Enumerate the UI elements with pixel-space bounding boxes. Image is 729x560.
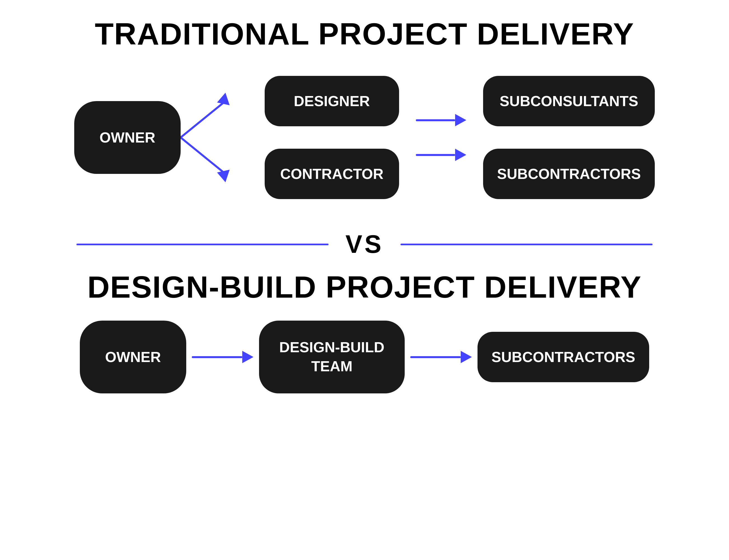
page-container: TRADITIONAL PROJECT DELIVERY OWNER DESIG… (0, 0, 729, 560)
arrowhead-2 (455, 149, 466, 161)
arrow-line-db-1 (192, 356, 242, 358)
arrow-line-2 (416, 154, 455, 156)
arrowhead-db-1 (242, 351, 253, 363)
svg-line-0 (181, 101, 225, 137)
arrow-to-subcontractors (416, 149, 466, 161)
db-owner-label: OWNER (105, 349, 161, 365)
middle-column: DESIGNER CONTRACTOR (265, 76, 399, 199)
svg-marker-1 (217, 93, 230, 105)
contractor-label: CONTRACTOR (280, 165, 383, 182)
arrow-to-subconsultants (416, 114, 466, 126)
designer-node: DESIGNER (265, 76, 399, 126)
arrowhead-1 (455, 114, 466, 126)
design-build-title: DESIGN-BUILD PROJECT DELIVERY (87, 270, 642, 304)
vs-line-left (76, 244, 329, 245)
arrowhead-db-2 (461, 351, 472, 363)
traditional-owner-node: OWNER (74, 101, 181, 174)
right-column: SUBCONSULTANTS SUBCONTRACTORS (483, 76, 655, 199)
fork-arrows-svg (181, 67, 253, 207)
vs-section: VS (28, 230, 701, 259)
db-subcontractors-node: SUBCONTRACTORS (478, 332, 649, 382)
subconsultants-node: SUBCONSULTANTS (483, 76, 655, 126)
subconsultants-label: SUBCONSULTANTS (500, 93, 638, 109)
db-team-label: DESIGN-BUILD TEAM (279, 338, 385, 376)
db-owner-node: OWNER (80, 321, 186, 393)
horiz-arrows-col (416, 114, 466, 161)
arrow-team-to-sub (410, 351, 472, 363)
traditional-owner-label: OWNER (99, 129, 155, 146)
svg-marker-3 (217, 170, 230, 182)
arrow-line-1 (416, 119, 455, 121)
traditional-title: TRADITIONAL PROJECT DELIVERY (95, 17, 634, 51)
db-subcontractors-label: SUBCONTRACTORS (492, 349, 635, 365)
traditional-subcontractors-label: SUBCONTRACTORS (497, 165, 641, 182)
designer-label: DESIGNER (294, 93, 370, 109)
arrow-line-db-2 (410, 356, 461, 358)
arrow-owner-to-team (192, 351, 253, 363)
traditional-section: TRADITIONAL PROJECT DELIVERY OWNER DESIG… (28, 17, 701, 219)
contractor-node: CONTRACTOR (265, 149, 399, 199)
design-build-section: DESIGN-BUILD PROJECT DELIVERY OWNER DESI… (28, 270, 701, 393)
svg-line-2 (181, 137, 225, 174)
vs-label: VS (345, 230, 383, 259)
design-build-diagram: OWNER DESIGN-BUILD TEAM SUBCONTRACTORS (28, 321, 701, 393)
db-team-node: DESIGN-BUILD TEAM (259, 321, 405, 393)
vs-line-right (400, 244, 653, 245)
traditional-subcontractors-node: SUBCONTRACTORS (483, 149, 655, 199)
